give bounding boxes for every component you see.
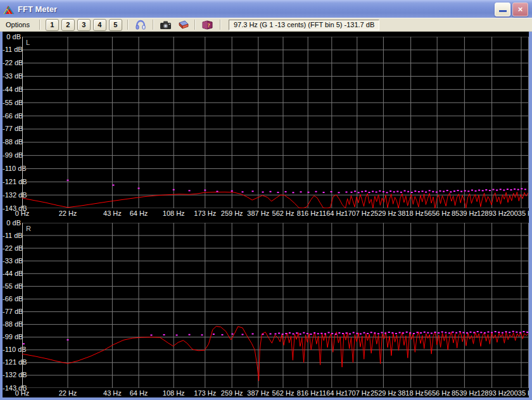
y-axis-label: -110 dB bbox=[3, 165, 21, 172]
x-axis-label: 108 Hz bbox=[163, 389, 185, 397]
app-icon bbox=[3, 4, 15, 15]
x-axis-label: 64 Hz bbox=[130, 209, 148, 217]
preset-button-1[interactable]: 1 bbox=[46, 19, 59, 31]
clear-button[interactable] bbox=[175, 19, 190, 31]
fft-meter-window: FFT Meter × Options 1 2 3 4 5 bbox=[0, 0, 532, 400]
preset-button-5[interactable]: 5 bbox=[109, 19, 122, 31]
y-axis-label: -44 dB bbox=[3, 86, 21, 93]
x-axis-label: 12893 Hz bbox=[477, 209, 507, 217]
x-axis-label: 3818 Hz bbox=[398, 209, 424, 217]
x-axis-label: 387 Hz bbox=[247, 209, 269, 217]
eraser-icon bbox=[176, 20, 189, 29]
x-axis-label: 173 Hz bbox=[194, 389, 216, 397]
x-axis-label: 43 Hz bbox=[103, 389, 122, 397]
x-axis-label: 20035 Hz bbox=[506, 209, 529, 217]
spectrum-plot[interactable] bbox=[22, 37, 529, 208]
y-axis-label: -11 dB bbox=[3, 232, 21, 239]
y-axis-label: -88 dB bbox=[3, 139, 21, 146]
y-axis-label: -77 dB bbox=[3, 125, 21, 132]
x-axis-label: 22 Hz bbox=[59, 209, 77, 217]
close-icon: × bbox=[518, 5, 523, 13]
spectrum-trace bbox=[22, 192, 528, 208]
y-axis-label: -99 dB bbox=[3, 152, 21, 159]
window-title: FFT Meter bbox=[18, 4, 493, 14]
x-axis-label: 562 Hz bbox=[272, 389, 294, 397]
preset-button-4[interactable]: 4 bbox=[93, 19, 106, 31]
y-axis-label: -44 dB bbox=[3, 270, 21, 277]
x-axis-label: 1164 Hz bbox=[319, 209, 345, 217]
camera-icon bbox=[160, 20, 172, 30]
x-axis-label: 2529 Hz bbox=[370, 389, 396, 397]
spectrum-plot[interactable] bbox=[22, 223, 529, 388]
charts-area: L 0 dB-11 dB-22 dB-33 dB-44 dB-55 dB-66 … bbox=[0, 32, 532, 400]
y-axis-label: -99 dB bbox=[3, 334, 21, 341]
x-axis-label: 22 Hz bbox=[59, 389, 77, 397]
x-axis-label: 2529 Hz bbox=[370, 209, 396, 217]
x-axis-label: 5656 Hz bbox=[424, 389, 450, 397]
close-button[interactable]: × bbox=[512, 3, 528, 16]
y-axis-label: -132 dB bbox=[3, 372, 21, 378]
options-menu[interactable]: Options bbox=[3, 20, 35, 30]
x-axis-label: 1707 Hz bbox=[344, 389, 370, 397]
preset-button-3[interactable]: 3 bbox=[77, 19, 91, 31]
x-axis-label: 5656 Hz bbox=[424, 209, 450, 217]
y-axis-label: -88 dB bbox=[3, 321, 21, 328]
preset-button-2[interactable]: 2 bbox=[61, 19, 75, 31]
x-axis-label: 562 Hz bbox=[272, 209, 294, 217]
x-axis-label: 12893 Hz bbox=[477, 389, 507, 397]
toolbar-separator bbox=[39, 20, 41, 30]
y-axis-label: -121 dB bbox=[3, 178, 21, 185]
fft-chart-left: L 0 dB-11 dB-22 dB-33 dB-44 dB-55 dB-66 … bbox=[3, 32, 529, 218]
x-axis-label: 64 Hz bbox=[130, 389, 148, 397]
toolbar-separator bbox=[127, 20, 129, 30]
x-axis-label: 8539 Hz bbox=[452, 389, 478, 397]
y-axis-label: -55 dB bbox=[3, 283, 21, 290]
minimize-icon bbox=[499, 10, 507, 12]
x-axis-label: 1164 Hz bbox=[319, 389, 345, 397]
svg-text:?: ? bbox=[208, 22, 211, 28]
y-axis-label: 0 dB bbox=[3, 220, 21, 227]
y-axis-label: -33 dB bbox=[3, 73, 21, 80]
x-axis-label: 3818 Hz bbox=[398, 389, 424, 397]
y-axis-label: 0 dB bbox=[3, 34, 21, 41]
x-axis-label: 1707 Hz bbox=[344, 209, 370, 217]
x-axis-label: 259 Hz bbox=[221, 389, 243, 397]
x-axis-label: 0 Hz bbox=[15, 389, 30, 397]
toolbar: Options 1 2 3 4 5 bbox=[0, 18, 532, 32]
toolbar-separator bbox=[153, 20, 154, 30]
x-axis-label: 816 Hz bbox=[297, 209, 319, 217]
x-axis-label: 108 Hz bbox=[163, 209, 185, 217]
help-book-icon: ? bbox=[201, 20, 213, 30]
y-axis-label: -110 dB bbox=[3, 346, 21, 353]
headphones-icon bbox=[135, 20, 146, 30]
input-device-button[interactable] bbox=[133, 19, 148, 31]
toolbar-separator bbox=[194, 20, 196, 30]
cursor-readout: 97.3 Hz (G 1 -13 cents) (FFT bin 5) -131… bbox=[229, 20, 379, 30]
snapshot-button[interactable] bbox=[158, 19, 174, 31]
toolbar-separator bbox=[220, 20, 221, 30]
x-axis-label: 20035 Hz bbox=[506, 389, 529, 397]
minimize-button[interactable] bbox=[495, 3, 510, 16]
x-axis-label: 0 Hz bbox=[15, 209, 30, 217]
y-axis-label: -77 dB bbox=[3, 308, 21, 315]
x-axis-label: 43 Hz bbox=[103, 209, 122, 217]
y-axis-label: -121 dB bbox=[3, 359, 21, 366]
y-axis-label: -22 dB bbox=[3, 245, 21, 252]
y-axis-label: -33 dB bbox=[3, 258, 21, 265]
y-axis-label: -11 dB bbox=[3, 46, 21, 53]
help-button[interactable]: ? bbox=[200, 19, 215, 31]
x-axis-label: 173 Hz bbox=[194, 209, 216, 217]
x-axis-label: 816 Hz bbox=[297, 389, 319, 397]
fft-chart-right: R 0 dB-11 dB-22 dB-33 dB-44 dB-55 dB-66 … bbox=[3, 218, 529, 397]
x-axis-label: 387 Hz bbox=[247, 389, 269, 397]
x-axis-label: 259 Hz bbox=[221, 209, 243, 217]
y-axis-label: -132 dB bbox=[3, 192, 21, 199]
y-axis-label: -66 dB bbox=[3, 296, 21, 303]
y-axis-label: -55 dB bbox=[3, 99, 21, 106]
title-bar: FFT Meter × bbox=[0, 0, 532, 18]
y-axis-label: -22 dB bbox=[3, 59, 21, 66]
x-axis-label: 8539 Hz bbox=[452, 209, 478, 217]
cursor-readout-text: 97.3 Hz (G 1 -13 cents) (FFT bin 5) -131… bbox=[234, 21, 374, 28]
y-axis-label: -66 dB bbox=[3, 113, 21, 120]
